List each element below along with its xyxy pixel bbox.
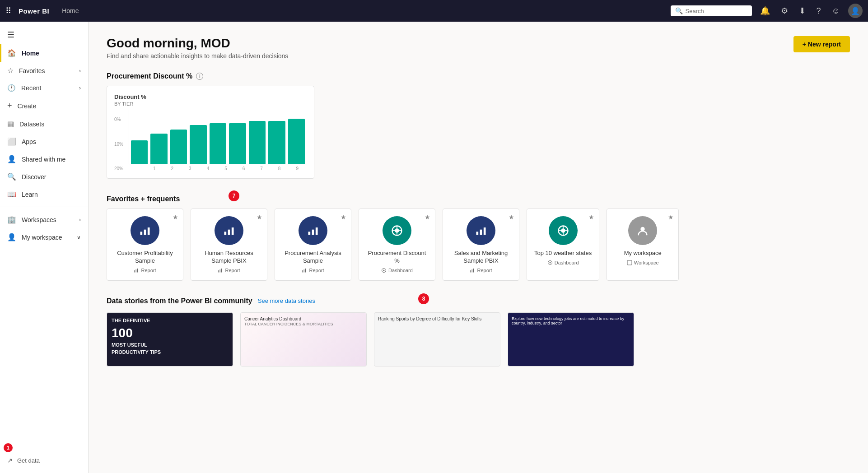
- get-data-button[interactable]: ↗ Get data: [0, 451, 88, 469]
- hamburger-button[interactable]: ☰: [0, 25, 88, 44]
- stories-grid: THE DEFINITIVE100MOST USEFULPRODUCTIVITY…: [107, 312, 850, 366]
- chart-bar-4: [190, 125, 206, 164]
- apps-icon: ⬜: [7, 137, 16, 146]
- fav-type-procurement: Report: [302, 268, 324, 273]
- sidebar-apps-label: Apps: [22, 138, 36, 145]
- fav-star-hr[interactable]: ★: [257, 213, 262, 221]
- fav-card-weather[interactable]: ★Top 10 weather states Dashboard: [527, 209, 599, 281]
- fav-name-customer: Customer Profitability Sample: [114, 250, 176, 265]
- chevron-right-icon: ›: [79, 68, 81, 74]
- fav-card-sales[interactable]: ★Sales and Marketing Sample PBIX Report: [443, 209, 519, 281]
- sidebar-datasets-label: Datasets: [19, 121, 44, 128]
- svg-rect-6: [224, 232, 227, 235]
- sidebar-item-home[interactable]: 🏠 Home: [0, 44, 88, 62]
- sidebar-bottom: 1 ↗ Get data: [0, 444, 88, 469]
- help-icon[interactable]: ?: [817, 6, 821, 16]
- fav-star-customer[interactable]: ★: [173, 213, 178, 221]
- workspaces-icon: 🏢: [7, 215, 16, 224]
- main-header: Good morning, MOD Find and share actiona…: [107, 36, 850, 60]
- story-card-1[interactable]: THE DEFINITIVE100MOST USEFULPRODUCTIVITY…: [107, 312, 233, 366]
- search-box[interactable]: 🔍: [671, 5, 752, 16]
- fav-card-procurement[interactable]: ★Procurement Analysis Sample Report: [275, 209, 351, 281]
- chevron-right-icon-2: ›: [79, 85, 81, 91]
- create-icon: +: [7, 101, 12, 111]
- svg-rect-8: [232, 227, 234, 235]
- favorites-title: Favorites + frequents: [107, 195, 850, 203]
- svg-rect-24: [476, 232, 479, 235]
- search-input[interactable]: [686, 8, 747, 14]
- fav-star-weather[interactable]: ★: [588, 213, 594, 221]
- fav-card-my_workspace[interactable]: ★My workspace Workspace: [607, 209, 679, 281]
- brand-logo: Power BI: [19, 7, 49, 15]
- fav-card-proc_discount[interactable]: ★Procurement Discount % Dashboard: [359, 209, 435, 281]
- story-2-text: Cancer Analytics DashboardTOTAL CANCER I…: [241, 313, 366, 330]
- avatar[interactable]: 👤: [848, 4, 863, 18]
- sidebar-item-datasets[interactable]: ▦ Datasets: [0, 115, 88, 133]
- story-card-4[interactable]: Explore how new technology jobs are esti…: [508, 312, 634, 366]
- datasets-icon: ▦: [7, 120, 14, 128]
- badge-7: 7: [229, 190, 239, 201]
- sidebar-item-favorites[interactable]: ☆ Favorites ›: [0, 62, 88, 79]
- y-label-0: 0%: [114, 117, 123, 122]
- fav-icon-my_workspace: [628, 216, 657, 245]
- svg-rect-29: [473, 269, 474, 273]
- sidebar-my-workspace-label: My workspace: [22, 234, 62, 241]
- topbar-home[interactable]: Home: [62, 7, 79, 14]
- bars-container: [129, 110, 307, 164]
- x-label-6: 6: [236, 166, 252, 171]
- sidebar: ☰ 🏠 Home ☆ Favorites › 🕐 Recent › + Crea…: [0, 22, 89, 473]
- chart-bar-7: [249, 121, 266, 164]
- chart-bar-1: [131, 140, 148, 164]
- svg-rect-0: [140, 232, 143, 235]
- fav-star-procurement[interactable]: ★: [341, 213, 346, 221]
- favorites-section: Favorites + frequents 7 ★Customer Profit…: [107, 195, 850, 281]
- x-label-2: 2: [165, 166, 180, 171]
- subtitle-text: Find and share actionable insights to ma…: [107, 52, 288, 60]
- sidebar-item-discover[interactable]: 🔍 Discover: [0, 168, 88, 185]
- chart-bar-3: [170, 130, 187, 164]
- sidebar-item-learn[interactable]: 📖 Learn: [0, 185, 88, 203]
- story-card-3[interactable]: Ranking Sports by Degree of Difficulty f…: [374, 312, 500, 366]
- chart-bar-6: [229, 123, 246, 164]
- fav-name-proc_discount: Procurement Discount %: [366, 250, 428, 265]
- sidebar-item-create[interactable]: + Create: [0, 97, 88, 115]
- fav-card-customer[interactable]: ★Customer Profitability Sample Report: [107, 209, 183, 281]
- recent-icon: 🕐: [7, 84, 16, 92]
- chart-card[interactable]: Discount % BY TIER 20% 10% 0% 123456789: [107, 86, 314, 179]
- fav-star-sales[interactable]: ★: [509, 213, 514, 221]
- chart-title: Discount %: [114, 93, 307, 100]
- fav-card-hr[interactable]: ★Human Resources Sample PBIX Report: [191, 209, 267, 281]
- svg-rect-1: [144, 230, 146, 235]
- settings-icon[interactable]: ⚙: [781, 6, 788, 16]
- fav-star-proc_discount[interactable]: ★: [425, 213, 430, 221]
- sidebar-favorites-label: Favorites: [19, 67, 45, 74]
- grid-icon[interactable]: ⠿: [5, 6, 11, 16]
- fav-star-my_workspace[interactable]: ★: [668, 213, 674, 221]
- info-icon[interactable]: i: [196, 73, 203, 80]
- svg-rect-28: [472, 269, 473, 273]
- fav-icon-sales: [467, 216, 495, 245]
- svg-rect-12: [308, 232, 311, 235]
- feedback-icon[interactable]: ☺: [832, 6, 840, 16]
- fav-type-my_workspace: Workspace: [627, 260, 659, 265]
- svg-rect-2: [148, 227, 150, 235]
- sidebar-home-label: Home: [22, 50, 39, 57]
- sidebar-item-recent[interactable]: 🕐 Recent ›: [0, 79, 88, 97]
- sidebar-item-shared[interactable]: 👤 Shared with me: [0, 150, 88, 168]
- sidebar-item-apps[interactable]: ⬜ Apps: [0, 133, 88, 150]
- see-more-link[interactable]: See more data stories: [258, 297, 315, 304]
- svg-rect-3: [135, 270, 135, 273]
- download-icon[interactable]: ⬇: [799, 6, 806, 16]
- y-axis-labels: 20% 10% 0%: [114, 117, 123, 171]
- sidebar-item-my-workspace[interactable]: 👤 My workspace ∨: [0, 228, 88, 246]
- sidebar-divider: [0, 207, 88, 207]
- fav-type-customer: Report: [134, 268, 156, 273]
- my-workspace-chevron-icon: ∨: [77, 234, 81, 241]
- workspaces-chevron-icon: ›: [79, 217, 81, 223]
- notification-icon[interactable]: 🔔: [760, 6, 770, 16]
- story-card-2[interactable]: Cancer Analytics DashboardTOTAL CANCER I…: [240, 312, 367, 366]
- sidebar-item-workspaces[interactable]: 🏢 Workspaces ›: [0, 211, 88, 228]
- sidebar-learn-label: Learn: [22, 191, 38, 198]
- new-report-button[interactable]: + New report: [793, 36, 850, 52]
- chart-bar-9: [288, 119, 305, 164]
